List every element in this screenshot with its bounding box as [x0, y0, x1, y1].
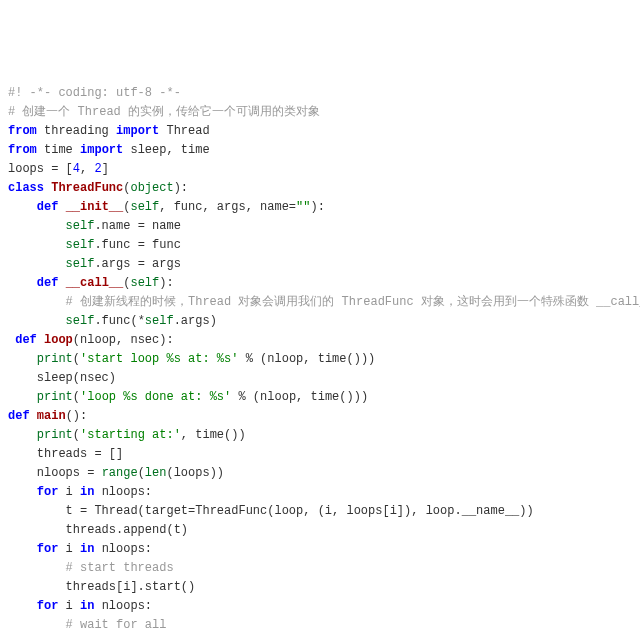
builtin: object [130, 181, 173, 195]
indent [8, 599, 37, 613]
code-line: class ThreadFunc(object): [8, 179, 632, 198]
string: 'loop %s done at: %s' [80, 390, 231, 404]
code-line: t = Thread(target=ThreadFunc(loop, (i, l… [8, 502, 632, 521]
code-line: loops = [4, 2] [8, 160, 632, 179]
keyword: def [15, 333, 37, 347]
code-line: print('start loop %s at: %s' % (nloop, t… [8, 350, 632, 369]
code-line: def main(): [8, 407, 632, 426]
comment: #! -*- coding: utf-8 -*- [8, 86, 181, 100]
code-line: # wait for all [8, 616, 632, 635]
comment: # 创建新线程的时候，Thread 对象会调用我们的 ThreadFunc 对象… [66, 295, 640, 309]
code-line: self.name = name [8, 217, 632, 236]
builtin: print [37, 352, 73, 366]
text: threads.append(t) [8, 523, 188, 537]
indent [8, 390, 37, 404]
text: ( [73, 390, 80, 404]
number: 4 [73, 162, 80, 176]
code-line: for i in nloops: [8, 540, 632, 559]
text: threads[i].start() [8, 580, 195, 594]
builtin: print [37, 390, 73, 404]
keyword: class [8, 181, 44, 195]
class-name: ThreadFunc [51, 181, 123, 195]
text: ): [174, 181, 188, 195]
text: nloops: [94, 542, 152, 556]
text: Thread [159, 124, 209, 138]
text: ( [138, 466, 145, 480]
text: .func = func [94, 238, 180, 252]
code-line: threads[i].start() [8, 578, 632, 597]
function-name: loop [44, 333, 73, 347]
builtin: self [130, 200, 159, 214]
builtin: self [66, 219, 95, 233]
comment: # wait for all [66, 618, 167, 632]
indent [8, 295, 66, 309]
function-name: main [37, 409, 66, 423]
keyword: import [116, 124, 159, 138]
keyword: def [37, 276, 59, 290]
keyword: for [37, 599, 59, 613]
text [37, 333, 44, 347]
text: ): [310, 200, 324, 214]
text: i [58, 542, 80, 556]
text: (): [66, 409, 88, 423]
text: ): [159, 276, 173, 290]
keyword: def [37, 200, 59, 214]
text: (loops)) [166, 466, 224, 480]
keyword: in [80, 599, 94, 613]
indent [8, 542, 37, 556]
indent [8, 428, 37, 442]
code-line: print('starting at:', time()) [8, 426, 632, 445]
builtin: len [145, 466, 167, 480]
indent [8, 219, 66, 233]
keyword: import [80, 143, 123, 157]
text: sleep(nsec) [8, 371, 116, 385]
text: .func(* [94, 314, 144, 328]
builtin: self [66, 257, 95, 271]
code-line: self.func(*self.args) [8, 312, 632, 331]
number: 2 [94, 162, 101, 176]
text [30, 409, 37, 423]
function-name: __init__ [66, 200, 124, 214]
text: .name = name [94, 219, 180, 233]
indent [8, 352, 37, 366]
text: .args) [174, 314, 217, 328]
builtin: self [66, 314, 95, 328]
code-line: #! -*- coding: utf-8 -*- [8, 84, 632, 103]
code-block: #! -*- coding: utf-8 -*-# 创建一个 Thread 的实… [8, 84, 632, 636]
text: sleep, time [123, 143, 209, 157]
text: (nloop, nsec): [73, 333, 174, 347]
code-line: sleep(nsec) [8, 369, 632, 388]
code-line: print('loop %s done at: %s' % (nloop, ti… [8, 388, 632, 407]
builtin: print [37, 428, 73, 442]
indent [8, 485, 37, 499]
code-line: self.args = args [8, 255, 632, 274]
keyword: from [8, 124, 37, 138]
keyword: in [80, 542, 94, 556]
text [58, 200, 65, 214]
text: loops = [ [8, 162, 73, 176]
text: t = Thread(target=ThreadFunc(loop, (i, l… [8, 504, 534, 518]
function-name: __call__ [66, 276, 124, 290]
keyword: from [8, 143, 37, 157]
string: 'start loop %s at: %s' [80, 352, 238, 366]
text: % (nloop, time())) [231, 390, 368, 404]
code-line: nloops = range(len(loops)) [8, 464, 632, 483]
code-line: def __init__(self, func, args, name=""): [8, 198, 632, 217]
indent [8, 561, 66, 575]
text: ( [73, 352, 80, 366]
text: ( [73, 428, 80, 442]
indent [8, 200, 37, 214]
text: nloops: [94, 485, 152, 499]
keyword: for [37, 542, 59, 556]
text: threads = [] [8, 447, 123, 461]
builtin: self [145, 314, 174, 328]
indent [8, 314, 66, 328]
comment: # 创建一个 Thread 的实例，传给它一个可调用的类对象 [8, 105, 320, 119]
keyword: in [80, 485, 94, 499]
text: % (nloop, time())) [238, 352, 375, 366]
text: , [80, 162, 94, 176]
code-line: # start threads [8, 559, 632, 578]
keyword: def [8, 409, 30, 423]
text [58, 276, 65, 290]
text: .args = args [94, 257, 180, 271]
